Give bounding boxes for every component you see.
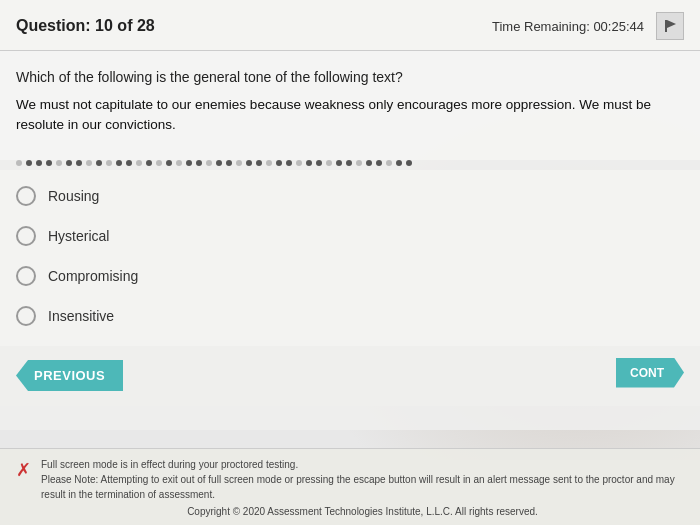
dot xyxy=(346,160,352,166)
dot xyxy=(26,160,32,166)
option-label-hysterical: Hysterical xyxy=(48,228,109,244)
footer-copyright: Copyright © 2020 Assessment Technologies… xyxy=(41,504,684,519)
dot xyxy=(406,160,412,166)
dot xyxy=(106,160,112,166)
dot xyxy=(276,160,282,166)
dot xyxy=(196,160,202,166)
warning-icon: ✗ xyxy=(16,459,31,481)
navigation-area: PREVIOUS CONT xyxy=(0,346,700,406)
dot xyxy=(146,160,152,166)
radio-compromising[interactable] xyxy=(16,266,36,286)
dot xyxy=(176,160,182,166)
continue-area: CONT xyxy=(604,358,684,394)
dot xyxy=(326,160,332,166)
footer-line2: Please Note: Attempting to exit out of f… xyxy=(41,472,684,502)
question-counter: Question: 10 of 28 xyxy=(16,17,155,35)
dot xyxy=(216,160,222,166)
question-prompt: Which of the following is the general to… xyxy=(16,69,684,85)
time-remaining: Time Remaining: 00:25:44 xyxy=(492,19,644,34)
dot xyxy=(316,160,322,166)
dot xyxy=(296,160,302,166)
page-wrapper: Question: 10 of 28 Time Remaining: 00:25… xyxy=(0,0,700,525)
svg-rect-0 xyxy=(665,20,667,32)
question-text: We must not capitulate to our enemies be… xyxy=(16,95,684,136)
previous-button[interactable]: PREVIOUS xyxy=(16,360,123,391)
dot xyxy=(336,160,342,166)
header-right: Time Remaining: 00:25:44 xyxy=(492,12,684,40)
header: Question: 10 of 28 Time Remaining: 00:25… xyxy=(0,0,700,51)
footer-text: Full screen mode is in effect during you… xyxy=(41,457,684,519)
option-row-2[interactable]: Hysterical xyxy=(16,216,684,256)
option-row-4[interactable]: Insensitive xyxy=(16,296,684,336)
dot xyxy=(286,160,292,166)
radio-hysterical[interactable] xyxy=(16,226,36,246)
dot xyxy=(386,160,392,166)
dot xyxy=(96,160,102,166)
dot xyxy=(116,160,122,166)
dot xyxy=(206,160,212,166)
dot xyxy=(166,160,172,166)
dot xyxy=(16,160,22,166)
option-label-compromising: Compromising xyxy=(48,268,138,284)
option-row-3[interactable]: Compromising xyxy=(16,256,684,296)
dot xyxy=(236,160,242,166)
dot xyxy=(256,160,262,166)
option-row-1[interactable]: Rousing xyxy=(16,176,684,216)
dot xyxy=(246,160,252,166)
dot xyxy=(56,160,62,166)
dot xyxy=(86,160,92,166)
dot xyxy=(76,160,82,166)
flag-button[interactable] xyxy=(656,12,684,40)
footer-line1: Full screen mode is in effect during you… xyxy=(41,457,684,472)
dot xyxy=(376,160,382,166)
dot-divider xyxy=(0,160,700,166)
footer: ✗ Full screen mode is in effect during y… xyxy=(0,448,700,525)
radio-rousing[interactable] xyxy=(16,186,36,206)
dot xyxy=(366,160,372,166)
svg-marker-1 xyxy=(667,20,676,28)
dot xyxy=(356,160,362,166)
dot xyxy=(36,160,42,166)
dot xyxy=(46,160,52,166)
main-content: Question: 10 of 28 Time Remaining: 00:25… xyxy=(0,0,700,430)
dot xyxy=(126,160,132,166)
continue-button[interactable]: CONT xyxy=(616,358,684,388)
options-area: Rousing Hysterical Compromising Insensit… xyxy=(0,170,700,346)
option-label-insensitive: Insensitive xyxy=(48,308,114,324)
dot xyxy=(186,160,192,166)
radio-insensitive[interactable] xyxy=(16,306,36,326)
dot xyxy=(306,160,312,166)
dot xyxy=(156,160,162,166)
dot xyxy=(136,160,142,166)
dot xyxy=(66,160,72,166)
option-label-rousing: Rousing xyxy=(48,188,99,204)
dot xyxy=(396,160,402,166)
question-area: Which of the following is the general to… xyxy=(0,51,700,160)
dot xyxy=(266,160,272,166)
dot xyxy=(226,160,232,166)
